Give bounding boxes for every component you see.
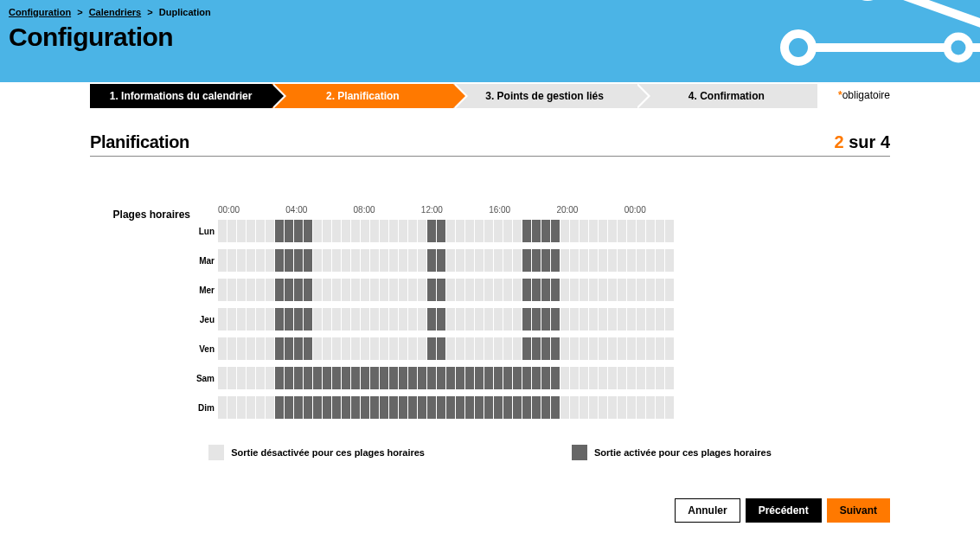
time-slot[interactable] — [437, 308, 445, 331]
time-slot[interactable] — [370, 396, 379, 419]
time-slot[interactable] — [275, 337, 284, 360]
time-slot[interactable] — [389, 337, 398, 360]
time-slot[interactable] — [399, 249, 407, 272]
time-slot[interactable] — [656, 249, 664, 272]
time-slot[interactable] — [494, 249, 503, 272]
time-slot[interactable] — [503, 396, 512, 419]
time-slot[interactable] — [599, 396, 607, 419]
time-slot[interactable] — [294, 308, 303, 331]
time-slot[interactable] — [665, 367, 674, 389]
time-slot[interactable] — [522, 396, 531, 419]
time-slot[interactable] — [456, 220, 464, 242]
time-slot[interactable] — [456, 367, 464, 389]
time-slot[interactable] — [580, 337, 588, 360]
time-slot[interactable] — [408, 220, 417, 242]
time-slot[interactable] — [218, 249, 227, 272]
time-slot[interactable] — [551, 396, 560, 419]
time-slot[interactable] — [475, 279, 484, 301]
time-slot[interactable] — [522, 337, 531, 360]
time-slot[interactable] — [522, 308, 531, 331]
time-slot[interactable] — [294, 279, 303, 301]
time-slot[interactable] — [665, 308, 674, 331]
breadcrumb-link-calendriers[interactable]: Calendriers — [89, 7, 142, 17]
time-slot[interactable] — [275, 220, 284, 242]
time-slot[interactable] — [513, 220, 522, 242]
time-slot[interactable] — [637, 367, 645, 389]
time-slot[interactable] — [560, 337, 569, 360]
time-slot[interactable] — [437, 367, 445, 389]
time-slot[interactable] — [389, 279, 398, 301]
time-slot[interactable] — [503, 308, 512, 331]
time-slot[interactable] — [227, 337, 236, 360]
time-slot[interactable] — [266, 396, 274, 419]
time-slot[interactable] — [285, 396, 293, 419]
time-slot[interactable] — [646, 396, 655, 419]
time-slot[interactable] — [560, 396, 569, 419]
time-slot[interactable] — [541, 367, 550, 389]
time-slot[interactable] — [380, 396, 388, 419]
time-slot[interactable] — [275, 308, 284, 331]
time-slot[interactable] — [503, 279, 512, 301]
time-slot[interactable] — [227, 249, 236, 272]
time-slot[interactable] — [399, 279, 407, 301]
time-slot[interactable] — [266, 279, 274, 301]
time-slot[interactable] — [570, 337, 579, 360]
time-slot[interactable] — [637, 279, 645, 301]
time-slot[interactable] — [332, 249, 341, 272]
time-slot[interactable] — [399, 367, 407, 389]
time-slot[interactable] — [380, 249, 388, 272]
time-slot[interactable] — [227, 220, 236, 242]
time-slot[interactable] — [227, 367, 236, 389]
time-slot[interactable] — [237, 396, 246, 419]
time-slot[interactable] — [227, 279, 236, 301]
time-slot[interactable] — [494, 396, 503, 419]
time-slot[interactable] — [218, 220, 227, 242]
time-slot[interactable] — [275, 279, 284, 301]
time-slot[interactable] — [380, 367, 388, 389]
time-slot[interactable] — [218, 279, 227, 301]
time-slot[interactable] — [256, 308, 265, 331]
time-slot[interactable] — [494, 367, 503, 389]
time-slot[interactable] — [570, 220, 579, 242]
time-slot[interactable] — [532, 367, 541, 389]
time-slot[interactable] — [418, 220, 426, 242]
time-slot[interactable] — [560, 279, 569, 301]
time-slot[interactable] — [494, 220, 503, 242]
time-slot[interactable] — [637, 396, 645, 419]
time-slot[interactable] — [408, 279, 417, 301]
previous-button[interactable]: Précédent — [746, 498, 822, 523]
time-slot[interactable] — [380, 220, 388, 242]
time-slot[interactable] — [484, 337, 493, 360]
time-slot[interactable] — [465, 367, 474, 389]
time-slot[interactable] — [323, 308, 331, 331]
breadcrumb-link-configuration[interactable]: Configuration — [9, 7, 71, 17]
time-slot[interactable] — [351, 367, 360, 389]
time-slot[interactable] — [589, 367, 598, 389]
time-slot[interactable] — [370, 337, 379, 360]
time-slot[interactable] — [446, 367, 455, 389]
step-1[interactable]: 1. Informations du calendrier — [90, 84, 272, 108]
time-slot[interactable] — [503, 249, 512, 272]
time-slot[interactable] — [342, 249, 350, 272]
time-slot[interactable] — [656, 367, 664, 389]
time-slot[interactable] — [456, 249, 464, 272]
time-slot[interactable] — [513, 367, 522, 389]
time-slot[interactable] — [494, 337, 503, 360]
time-slot[interactable] — [399, 220, 407, 242]
time-slot[interactable] — [294, 396, 303, 419]
time-slot[interactable] — [361, 337, 369, 360]
time-slot[interactable] — [456, 337, 464, 360]
time-slot[interactable] — [218, 337, 227, 360]
time-slot[interactable] — [247, 337, 255, 360]
time-slot[interactable] — [589, 337, 598, 360]
time-slot[interactable] — [361, 220, 369, 242]
time-slot[interactable] — [522, 279, 531, 301]
time-slot[interactable] — [342, 337, 350, 360]
time-slot[interactable] — [465, 249, 474, 272]
time-slot[interactable] — [627, 308, 636, 331]
time-slot[interactable] — [608, 249, 617, 272]
time-slot[interactable] — [608, 308, 617, 331]
time-slot[interactable] — [599, 367, 607, 389]
time-slot[interactable] — [275, 367, 284, 389]
time-slot[interactable] — [599, 337, 607, 360]
